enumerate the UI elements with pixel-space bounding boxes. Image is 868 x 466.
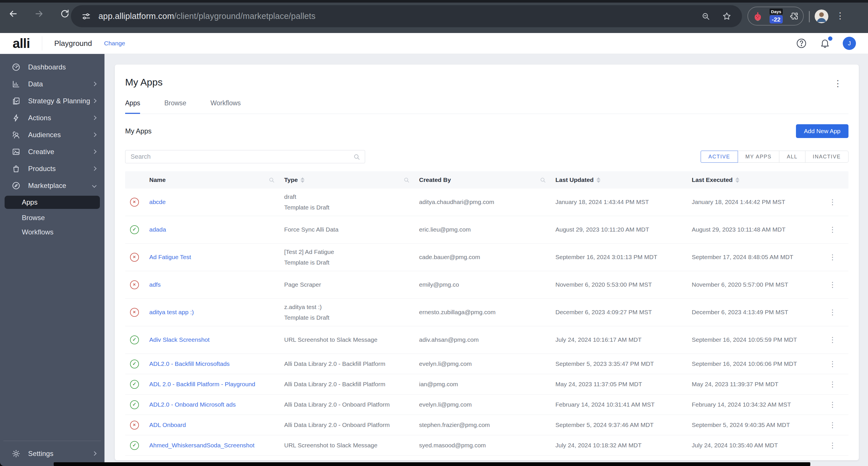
workspace-name: Playground <box>54 39 92 48</box>
change-workspace-link[interactable]: Change <box>104 40 125 47</box>
column-search-icon[interactable] <box>268 177 275 183</box>
site-settings-icon[interactable] <box>81 11 91 21</box>
app-name-link[interactable]: Ad Fatigue Test <box>149 254 191 260</box>
sidebar: Dashboards Data Strategy & Planning Acti… <box>0 54 104 466</box>
row-menu-icon[interactable]: ⋮ <box>817 380 848 389</box>
filter-all[interactable]: ALL <box>779 151 805 163</box>
tab-apps[interactable]: Apps <box>125 99 140 114</box>
table-row[interactable]: × abcde draftTemplate is Draft aditya.ch… <box>125 189 848 216</box>
row-menu-icon[interactable]: ⋮ <box>817 441 848 450</box>
zoom-out-icon[interactable] <box>701 12 710 21</box>
table-header-last-updated[interactable]: Last Updated <box>550 177 686 183</box>
table-row[interactable]: × adfs Page Scraper emily@pmg.co Novembe… <box>125 271 848 299</box>
tab-workflows[interactable]: Workflows <box>210 99 241 114</box>
sort-icon[interactable] <box>596 177 600 183</box>
sidebar-item-settings[interactable]: Settings <box>0 445 104 462</box>
sidebar-item-label: Actions <box>28 114 51 122</box>
table-row[interactable]: ✓ ADL2.0 - Onboard Microsoft ads Alli Da… <box>125 395 848 415</box>
table-row[interactable]: × Ad Fatigue Test [Test 2] Ad FatigueTem… <box>125 244 848 271</box>
search-field-wrap <box>125 150 365 163</box>
sidebar-item-actions[interactable]: Actions <box>0 109 104 126</box>
created-by: cade.bauer@pmg.com <box>413 253 550 261</box>
sidebar-subitem-workflows[interactable]: Workflows <box>0 225 104 239</box>
app-name-link[interactable]: adada <box>149 226 166 233</box>
table-row[interactable]: ✓ ADL 2.0 - Backfill Platform - Playgrou… <box>125 374 848 395</box>
extensions-puzzle-icon[interactable] <box>789 11 799 21</box>
last-updated: May 24, 2023 11:37:05 PM MDT <box>550 380 686 388</box>
browser-back-icon[interactable] <box>6 6 21 21</box>
app-name-link[interactable]: ADL2.0 - Backfill Microsoftads <box>149 361 229 367</box>
table-header-created-by[interactable]: Created By <box>413 177 550 183</box>
filter-inactive[interactable]: INACTIVE <box>805 151 848 163</box>
filter-my-apps[interactable]: MY APPS <box>738 151 779 163</box>
sidebar-subitem-apps[interactable]: Apps <box>5 196 100 209</box>
app-name-link[interactable]: ADL Onboard <box>149 422 186 428</box>
created-by: adiv.ahsan@pmg.com <box>413 336 550 344</box>
row-menu-icon[interactable]: ⋮ <box>817 421 848 430</box>
sidebar-item-strategy-planning[interactable]: Strategy & Planning <box>0 92 104 109</box>
sidebar-subitem-browse[interactable]: Browse <box>0 211 104 225</box>
table-header-type[interactable]: Type <box>278 177 413 183</box>
bookmark-star-icon[interactable] <box>722 11 732 21</box>
app-name-link[interactable]: adfs <box>149 281 161 288</box>
sidebar-item-marketplace[interactable]: Marketplace <box>0 177 104 194</box>
sort-icon[interactable] <box>735 177 739 183</box>
last-executed: December 6, 2023 4:13:49 PM MST <box>686 308 817 316</box>
table-row[interactable]: ✓ Ahmed_WhiskersandSoda_Screenshot URL S… <box>125 435 848 456</box>
row-menu-icon[interactable]: ⋮ <box>817 360 848 368</box>
row-menu-icon[interactable]: ⋮ <box>817 308 848 317</box>
created-by: evelyn.li@pmg.com <box>413 401 550 409</box>
filter-active[interactable]: ACTIVE <box>701 151 738 163</box>
browser-forward-icon[interactable] <box>32 6 46 21</box>
row-menu-icon[interactable]: ⋮ <box>817 400 848 409</box>
table-row[interactable]: ✓ ADL2.0 - Backfill Microsoftads Alli Da… <box>125 354 848 374</box>
app-name-link[interactable]: Ahmed_WhiskersandSoda_Screenshot <box>149 442 255 448</box>
dashboard-icon <box>11 63 21 72</box>
app-name-link[interactable]: ADL 2.0 - Backfill Platform - Playground <box>149 381 255 387</box>
table-row[interactable]: × aditya test app :) z.aditya test :)Tem… <box>125 299 848 326</box>
user-avatar[interactable]: J <box>843 37 856 50</box>
column-search-icon[interactable] <box>403 177 410 183</box>
sidebar-item-label: Settings <box>28 449 53 458</box>
last-executed: July 24, 2024 10:35:40 AM MDT <box>686 441 817 449</box>
row-menu-icon[interactable]: ⋮ <box>817 225 848 234</box>
card-menu-icon[interactable]: ⋮ <box>834 78 842 88</box>
app-name-link[interactable]: ADL2.0 - Onboard Microsoft ads <box>149 401 236 408</box>
help-icon[interactable] <box>796 38 807 49</box>
days-counter-extension[interactable]: Days -22 <box>770 9 783 24</box>
strawberry-extension-icon[interactable] <box>753 11 763 22</box>
sidebar-item-audiences[interactable]: Audiences <box>0 126 104 143</box>
browser-menu-icon[interactable]: ⋮ <box>836 11 844 20</box>
column-search-icon[interactable] <box>539 177 546 183</box>
notifications-bell-icon[interactable] <box>819 38 831 49</box>
tab-browse[interactable]: Browse <box>164 99 186 114</box>
sidebar-item-products[interactable]: Products <box>0 160 104 177</box>
chevron-right-icon <box>92 132 97 137</box>
days-badge-value: -22 <box>770 15 783 24</box>
row-menu-icon[interactable]: ⋮ <box>817 280 848 289</box>
row-menu-icon[interactable]: ⋮ <box>817 198 848 207</box>
sidebar-item-creative[interactable]: Creative <box>0 143 104 160</box>
search-input[interactable] <box>125 150 365 163</box>
browser-profile-avatar[interactable] <box>815 9 828 23</box>
app-name-link[interactable]: aditya test app :) <box>149 309 194 315</box>
app-name-link[interactable]: abcde <box>149 198 166 205</box>
alli-logo[interactable]: alli <box>12 36 30 51</box>
sort-icon[interactable] <box>301 177 305 183</box>
table-row[interactable]: ✓ Adiv Slack Screenshot URL Screenshot t… <box>125 326 848 354</box>
row-menu-icon[interactable]: ⋮ <box>817 253 848 262</box>
browser-reload-icon[interactable] <box>57 6 72 21</box>
table-row[interactable]: ✓ adada Force Sync Alli Data eric.lieu@p… <box>125 216 848 244</box>
add-new-app-button[interactable]: Add New App <box>796 124 848 138</box>
app-name-link[interactable]: Adiv Slack Screenshot <box>149 336 210 343</box>
marketplace-icon <box>11 181 21 190</box>
table-header-last-executed[interactable]: Last Executed <box>686 177 817 183</box>
table-row[interactable]: × ADL Onboard Alli Data Library 2.0 - On… <box>125 415 848 435</box>
row-menu-icon[interactable]: ⋮ <box>817 336 848 344</box>
sidebar-item-dashboards[interactable]: Dashboards <box>0 59 104 75</box>
section-title: My Apps <box>125 127 152 135</box>
last-updated: February 14, 2024 10:31:41 AM MST <box>550 401 686 409</box>
sidebar-item-data[interactable]: Data <box>0 75 104 92</box>
table-header-name[interactable]: Name <box>144 177 278 183</box>
address-bar[interactable]: app.alliplatform.com/client/playground/m… <box>71 5 742 27</box>
